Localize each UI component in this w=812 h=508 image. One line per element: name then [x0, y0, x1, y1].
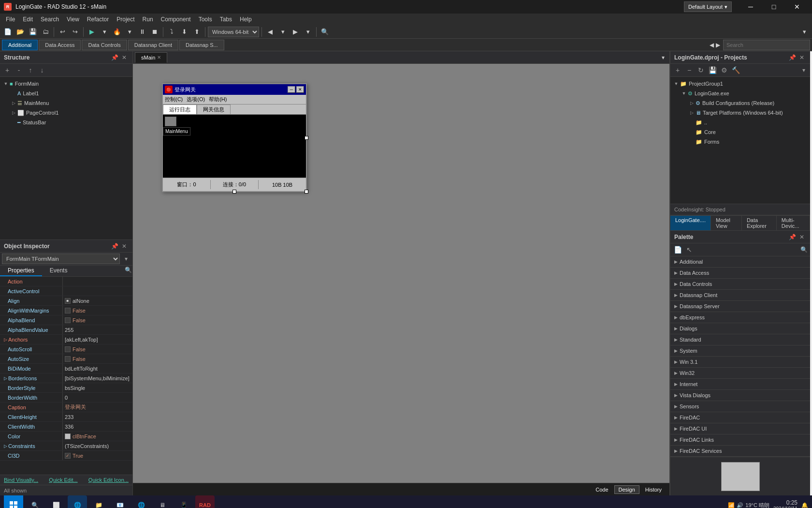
network-icon[interactable]: 📶	[728, 502, 735, 508]
tab-datasnap-client[interactable]: Datasnap Client	[128, 40, 178, 50]
palette-header-firedac-links[interactable]: ▶ FireDAC Links	[670, 434, 810, 445]
palette-header-win32[interactable]: ▶ Win32	[670, 368, 810, 378]
form-menu-control[interactable]: 控制(C)	[165, 96, 183, 103]
palette-header-vista-dialogs[interactable]: ▶ Vista Dialogs	[670, 390, 810, 401]
prop-bidimode[interactable]: BiDiMode bdLeftToRight	[0, 364, 132, 374]
redo-button[interactable]: ↪	[69, 26, 81, 38]
palette-new[interactable]: 📄	[672, 244, 683, 255]
maximize-button[interactable]: □	[763, 0, 785, 14]
resize-handle-corner[interactable]	[304, 190, 308, 194]
tree-label1[interactable]: ▷ A Label1	[0, 89, 132, 98]
prop-borderwidth[interactable]: BorderWidth 0	[0, 393, 132, 403]
palette-header-firedac-services[interactable]: ▶ FireDAC Services	[670, 446, 810, 456]
prop-align[interactable]: Align ■ alNone	[0, 296, 132, 306]
forward-button[interactable]: ▶	[290, 26, 301, 38]
run-with-btn[interactable]: 🔥	[111, 26, 123, 38]
taskbar-app2[interactable]: 📱	[174, 495, 193, 508]
proj-add[interactable]: +	[672, 65, 683, 75]
quick-edit-link[interactable]: Quick Edit...	[49, 477, 77, 483]
palette-header-dialogs[interactable]: ▶ Dialogs	[670, 323, 810, 334]
palette-header-datasnap-client[interactable]: ▶ Datasnap Client	[670, 290, 810, 300]
projects-pin[interactable]: 📌	[788, 53, 797, 62]
structure-close[interactable]: ✕	[120, 53, 129, 62]
menu-refactor[interactable]: Refactor	[83, 14, 113, 25]
menu-tabs[interactable]: Tabs	[216, 14, 236, 25]
canvas-area[interactable]: 🔴 登录网关 ─ ✕ 控制(C) 选项(O) 帮助(H) 运行日志	[133, 64, 669, 483]
menu-search[interactable]: Search	[37, 14, 63, 25]
tab-overflow[interactable]: ▾	[659, 53, 667, 62]
notification-btn[interactable]: 🔔	[801, 502, 808, 508]
palette-close[interactable]: ✕	[798, 233, 806, 241]
step-into[interactable]: ⬇	[178, 26, 190, 38]
prop-caption[interactable]: Caption 登录网关	[0, 403, 132, 412]
prop-borderstyle[interactable]: BorderStyle bsSingle	[0, 383, 132, 393]
layout-selector[interactable]: Default Layout ▾	[684, 1, 732, 12]
tab-properties[interactable]: Properties	[0, 266, 42, 276]
form-menu-options[interactable]: 选项(O)	[187, 96, 205, 103]
palette-header-datasnap-server[interactable]: ▶ Datasnap Server	[670, 301, 810, 312]
proj-options[interactable]: ⚙	[719, 65, 729, 75]
tab-data-controls[interactable]: Data Controls	[82, 40, 127, 50]
step-out[interactable]: ⬆	[191, 26, 203, 38]
taskbar-app1[interactable]: 🖥	[153, 495, 172, 508]
menu-run[interactable]: Run	[139, 14, 157, 25]
palette-header-system[interactable]: ▶ System	[670, 345, 810, 356]
prop-alphablend[interactable]: AlphaBlend False	[0, 315, 132, 325]
back-button[interactable]: ◀	[264, 26, 276, 38]
inspector-close[interactable]: ✕	[120, 242, 129, 251]
taskbar-edge[interactable]: 🌐	[68, 495, 87, 508]
step-over[interactable]: ⤵	[166, 26, 177, 38]
taskbar-chrome[interactable]: 🌐	[131, 495, 151, 508]
tab-data-access[interactable]: Data Access	[39, 40, 81, 50]
stop-button[interactable]: ⏹	[149, 26, 160, 38]
menu-edit[interactable]: Edit	[19, 14, 37, 25]
form-tab-run-log[interactable]: 运行日志	[163, 105, 197, 114]
palette-search[interactable]: 🔍	[799, 245, 808, 254]
tab-additional[interactable]: Additional	[2, 40, 38, 50]
struct-add[interactable]: +	[2, 65, 13, 75]
projects-close[interactable]: ✕	[798, 53, 806, 62]
form-close-btn[interactable]: ✕	[296, 86, 304, 93]
win-start-btn[interactable]	[4, 495, 23, 508]
palette-header-firedac[interactable]: ▶ FireDAC	[670, 412, 810, 423]
palette-header-firedac-ui[interactable]: ▶ FireDAC UI	[670, 423, 810, 434]
tab-events[interactable]: Events	[42, 266, 75, 276]
back-dropdown[interactable]: ▾	[277, 26, 289, 38]
menu-file[interactable]: File	[2, 14, 19, 25]
tree-core[interactable]: ▷ 📁 Core	[670, 127, 810, 137]
prop-color[interactable]: Color clBtnFace	[0, 432, 132, 441]
palette-header-additional[interactable]: ▶ Additional	[670, 256, 810, 267]
proj-remove[interactable]: −	[684, 65, 695, 75]
save-all-button[interactable]: 🗂	[40, 26, 51, 38]
object-selector[interactable]: FormMain TFormMain	[2, 254, 120, 264]
design-btn[interactable]: Design	[614, 485, 639, 494]
menu-view[interactable]: View	[63, 14, 83, 25]
form-tab-gateway-info[interactable]: 网关信息	[197, 105, 231, 114]
nav-left-btn[interactable]: ◀	[710, 42, 714, 48]
prop-alignwithmargins[interactable]: AlignWithMargins False	[0, 306, 132, 315]
prop-autosize[interactable]: AutoSize False	[0, 354, 132, 364]
taskbar-explorer[interactable]: 📁	[89, 495, 108, 508]
tab-smain[interactable]: sMain ✕	[135, 52, 167, 63]
inspect-btn[interactable]: 🔍	[319, 26, 331, 38]
undo-button[interactable]: ↩	[57, 26, 68, 38]
inspector-search-btn[interactable]: 🔍	[124, 266, 132, 274]
struct-delete[interactable]: -	[14, 65, 24, 75]
palette-header-dbexpress[interactable]: ▶ dbExpress	[670, 312, 810, 323]
save-button[interactable]: 💾	[27, 26, 39, 38]
tree-target-platforms[interactable]: ▷ 🖥 Target Platforms (Windows 64-bit)	[670, 108, 810, 118]
minimize-button[interactable]: ─	[740, 0, 762, 14]
tab-data-explorer[interactable]: Data Explorer	[742, 216, 777, 230]
tree-dotdot[interactable]: ▷ 📁 ..	[670, 118, 810, 127]
proj-overflow[interactable]: ▾	[799, 66, 808, 75]
menu-project[interactable]: Project	[113, 14, 138, 25]
taskbar-search[interactable]: 🔍	[25, 495, 44, 508]
tab-multi-device[interactable]: Multi-Devic...	[777, 216, 810, 230]
structure-pin[interactable]: 📌	[110, 53, 119, 62]
pause-button[interactable]: ⏸	[136, 26, 148, 38]
tree-formMain[interactable]: ▼ ■ FormMain	[0, 79, 132, 89]
struct-up[interactable]: ↑	[25, 65, 36, 75]
prop-bordericons[interactable]: ▷BorderIcons [biSystemMenu,biMinimize]	[0, 374, 132, 383]
inspector-pin[interactable]: 📌	[110, 242, 119, 251]
menu-help[interactable]: Help	[236, 14, 256, 25]
